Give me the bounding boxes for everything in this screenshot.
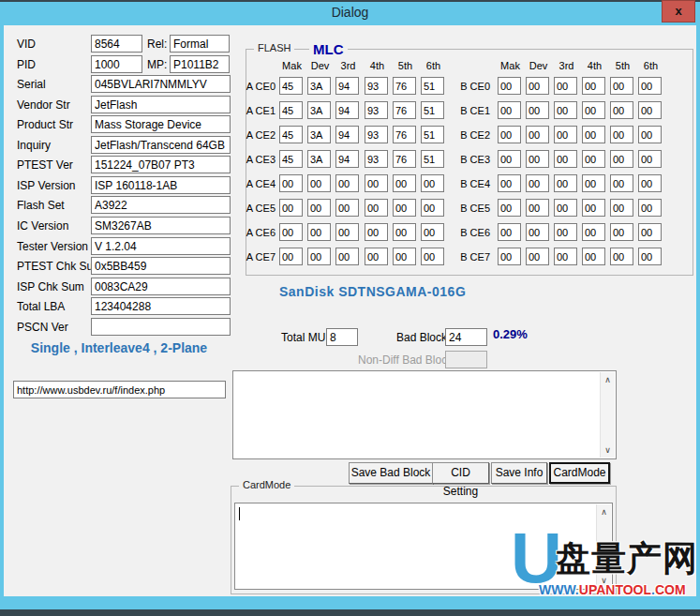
flash-cell-b-ce3-4th[interactable] bbox=[582, 150, 605, 168]
scroll-down-icon[interactable]: ∨ bbox=[601, 443, 615, 458]
flash-cell-a-ce0-mak[interactable] bbox=[279, 77, 303, 95]
save-info-button[interactable]: Save Info bbox=[491, 462, 547, 484]
flash-cell-a-ce3-dev[interactable] bbox=[307, 150, 331, 168]
flash-cell-a-ce7-3rd[interactable] bbox=[335, 248, 359, 265]
close-button[interactable]: x bbox=[662, 0, 695, 23]
flash-cell-a-ce6-3rd[interactable] bbox=[335, 223, 359, 241]
field-input-ptest-chk-sum[interactable] bbox=[91, 257, 231, 275]
title-bar[interactable]: Dialog bbox=[0, 2, 700, 25]
field-input-pscn-ver[interactable] bbox=[91, 318, 231, 336]
flash-cell-b-ce0-mak[interactable] bbox=[498, 77, 521, 95]
flash-cell-a-ce1-dev[interactable] bbox=[307, 101, 331, 119]
flash-cell-a-ce3-6th[interactable] bbox=[421, 150, 444, 168]
flash-cell-b-ce2-6th[interactable] bbox=[638, 126, 662, 143]
flash-cell-a-ce5-4th[interactable] bbox=[365, 199, 388, 217]
flash-cell-a-ce3-3rd[interactable] bbox=[335, 150, 359, 168]
field-input-vid[interactable] bbox=[91, 35, 142, 53]
bad-block-input[interactable] bbox=[445, 328, 487, 346]
flash-cell-b-ce3-5th[interactable] bbox=[610, 150, 633, 168]
flash-cell-a-ce6-4th[interactable] bbox=[365, 223, 388, 241]
flash-cell-a-ce4-3rd[interactable] bbox=[335, 174, 359, 192]
flash-cell-b-ce1-4th[interactable] bbox=[582, 101, 605, 119]
flash-cell-a-ce2-3rd[interactable] bbox=[335, 126, 359, 143]
cardmode-textarea[interactable]: ∧ ∨ bbox=[234, 503, 613, 590]
flash-cell-b-ce6-3rd[interactable] bbox=[554, 223, 577, 241]
flash-cell-b-ce1-mak[interactable] bbox=[498, 101, 521, 119]
scroll-up-icon[interactable]: ∧ bbox=[597, 504, 611, 519]
flash-cell-b-ce7-mak[interactable] bbox=[498, 248, 521, 265]
log-textarea[interactable]: ∧ ∨ bbox=[232, 370, 617, 459]
flash-cell-a-ce6-dev[interactable] bbox=[307, 223, 331, 241]
field-input-serial[interactable] bbox=[91, 75, 231, 93]
flash-cell-a-ce6-mak[interactable] bbox=[279, 223, 303, 241]
field-input-flash-set[interactable] bbox=[91, 196, 231, 214]
flash-cell-a-ce6-5th[interactable] bbox=[393, 223, 416, 241]
flash-cell-b-ce2-mak[interactable] bbox=[498, 126, 521, 143]
cid-setting-button[interactable]: CID Setting bbox=[432, 462, 489, 484]
flash-cell-b-ce2-dev[interactable] bbox=[526, 126, 549, 143]
flash-cell-b-ce1-3rd[interactable] bbox=[554, 101, 577, 119]
flash-cell-b-ce4-6th[interactable] bbox=[638, 174, 662, 192]
flash-cell-b-ce4-mak[interactable] bbox=[498, 174, 521, 192]
flash-cell-b-ce7-dev[interactable] bbox=[526, 248, 549, 265]
flash-cell-a-ce7-dev[interactable] bbox=[307, 248, 331, 265]
flash-cell-b-ce0-4th[interactable] bbox=[582, 77, 605, 95]
flash-cell-a-ce0-3rd[interactable] bbox=[335, 77, 359, 95]
url-input[interactable] bbox=[13, 381, 226, 398]
flash-cell-b-ce5-mak[interactable] bbox=[498, 199, 521, 217]
flash-cell-b-ce0-5th[interactable] bbox=[610, 77, 633, 95]
field-input-isp-version[interactable] bbox=[91, 176, 231, 194]
flash-cell-a-ce0-4th[interactable] bbox=[365, 77, 388, 95]
field-input-pid[interactable] bbox=[91, 55, 142, 73]
flash-cell-b-ce6-mak[interactable] bbox=[498, 223, 521, 241]
flash-cell-a-ce5-5th[interactable] bbox=[393, 199, 416, 217]
flash-cell-a-ce5-6th[interactable] bbox=[421, 199, 444, 217]
flash-cell-a-ce1-4th[interactable] bbox=[365, 101, 388, 119]
field-input-ptest-ver[interactable] bbox=[91, 156, 231, 173]
total-mu-input[interactable] bbox=[326, 328, 358, 346]
flash-cell-b-ce3-6th[interactable] bbox=[638, 150, 662, 168]
flash-cell-b-ce5-dev[interactable] bbox=[526, 199, 549, 217]
field-input-total-lba[interactable] bbox=[91, 297, 231, 315]
flash-cell-a-ce2-5th[interactable] bbox=[393, 126, 416, 143]
flash-cell-b-ce2-3rd[interactable] bbox=[554, 126, 577, 143]
field-input-ic-version[interactable] bbox=[91, 217, 231, 234]
scroll-down-icon[interactable]: ∨ bbox=[597, 573, 611, 588]
flash-cell-b-ce2-5th[interactable] bbox=[610, 126, 633, 143]
flash-cell-b-ce3-3rd[interactable] bbox=[554, 150, 577, 168]
flash-cell-a-ce6-6th[interactable] bbox=[421, 223, 444, 241]
field-input-rel[interactable] bbox=[170, 35, 230, 53]
flash-cell-a-ce2-mak[interactable] bbox=[279, 126, 303, 143]
flash-cell-a-ce1-5th[interactable] bbox=[393, 101, 416, 119]
flash-cell-a-ce1-6th[interactable] bbox=[421, 101, 444, 119]
flash-cell-b-ce3-dev[interactable] bbox=[526, 150, 549, 168]
field-input-product-str[interactable] bbox=[91, 115, 231, 133]
flash-cell-b-ce5-3rd[interactable] bbox=[554, 199, 577, 217]
flash-cell-a-ce3-5th[interactable] bbox=[393, 150, 416, 168]
cardmode-scrollbar[interactable]: ∧ ∨ bbox=[596, 504, 611, 588]
flash-cell-b-ce2-4th[interactable] bbox=[582, 126, 605, 143]
flash-cell-b-ce5-6th[interactable] bbox=[638, 199, 662, 217]
flash-cell-a-ce4-mak[interactable] bbox=[279, 174, 303, 192]
flash-cell-b-ce0-6th[interactable] bbox=[638, 77, 662, 95]
scroll-up-icon[interactable]: ∧ bbox=[601, 372, 615, 387]
flash-cell-b-ce7-6th[interactable] bbox=[638, 248, 662, 265]
flash-cell-a-ce2-4th[interactable] bbox=[365, 126, 388, 143]
save-bad-block-button[interactable]: Save Bad Block bbox=[349, 462, 433, 484]
flash-cell-a-ce7-5th[interactable] bbox=[393, 248, 416, 265]
flash-cell-a-ce7-mak[interactable] bbox=[279, 248, 303, 265]
flash-cell-b-ce0-3rd[interactable] bbox=[554, 77, 577, 95]
cardmode-button[interactable]: CardMode bbox=[549, 462, 610, 484]
flash-cell-b-ce0-dev[interactable] bbox=[526, 77, 549, 95]
log-scrollbar[interactable]: ∧ ∨ bbox=[600, 372, 615, 458]
flash-cell-a-ce2-dev[interactable] bbox=[307, 126, 331, 143]
flash-cell-b-ce1-6th[interactable] bbox=[638, 101, 662, 119]
flash-cell-b-ce4-dev[interactable] bbox=[526, 174, 549, 192]
field-input-tester-version[interactable] bbox=[91, 237, 231, 255]
field-input-isp-chk-sum[interactable] bbox=[91, 278, 231, 295]
flash-cell-b-ce6-6th[interactable] bbox=[638, 223, 662, 241]
flash-cell-a-ce4-dev[interactable] bbox=[307, 174, 331, 192]
flash-cell-b-ce5-4th[interactable] bbox=[582, 199, 605, 217]
flash-cell-b-ce6-dev[interactable] bbox=[526, 223, 549, 241]
flash-cell-b-ce7-4th[interactable] bbox=[582, 248, 605, 265]
